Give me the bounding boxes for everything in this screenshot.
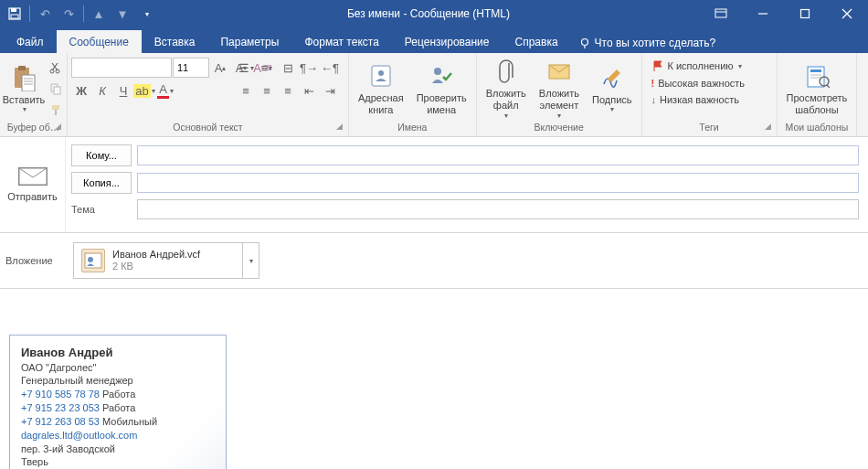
- bullets-button[interactable]: ☰▾: [236, 58, 256, 78]
- paste-button[interactable]: Вставить ▾: [4, 61, 44, 116]
- attachment-item[interactable]: Иванов Андрей.vcf 2 КВ: [73, 242, 243, 279]
- group-names-label: Имена: [353, 122, 472, 136]
- attachment-dropdown[interactable]: ▾: [243, 242, 259, 279]
- vcard-phone-mobile[interactable]: +7 912 263 08 53: [21, 416, 100, 427]
- attach-file-button[interactable]: Вложить файл▾: [481, 55, 532, 121]
- group-basic-text: A▴ A▾ A⌫ Ж К Ч ab▾ A▾ ☰▾ ≡▾ ⊟ ¶→ ←¶ ≡: [68, 53, 349, 136]
- decrease-indent-button[interactable]: ⇤: [299, 80, 319, 101]
- svg-rect-28: [810, 69, 821, 72]
- vcard-email[interactable]: dagrales.ltd@outlook.com: [21, 430, 137, 441]
- address-book-button[interactable]: Адресная книга: [353, 59, 409, 117]
- bold-button[interactable]: Ж: [71, 80, 91, 101]
- tell-me-input[interactable]: Что вы хотите сделать?: [571, 37, 724, 53]
- attach-item-button[interactable]: Вложить элемент▾: [534, 55, 585, 121]
- check-names-icon: [427, 61, 456, 91]
- font-color-button[interactable]: A▾: [155, 80, 175, 101]
- rtl-button[interactable]: ←¶: [320, 58, 340, 78]
- tab-review[interactable]: Рецензирование: [392, 30, 503, 53]
- copy-button[interactable]: [46, 79, 66, 99]
- previous-item-button[interactable]: ▲: [88, 3, 110, 25]
- low-importance-label: Низкая важность: [660, 94, 739, 105]
- vcard-title: Генеральный менеджер: [21, 374, 215, 388]
- svg-point-9: [581, 39, 587, 46]
- svg-rect-1: [11, 8, 16, 12]
- address-book-label: Адресная книга: [358, 92, 404, 115]
- vcard-phone-work1-type: Работа: [102, 389, 135, 400]
- subject-input[interactable]: [137, 199, 859, 219]
- svg-rect-20: [54, 87, 60, 94]
- templates-icon: [802, 61, 831, 91]
- low-importance-button[interactable]: ↓ Низкая важность: [648, 92, 743, 107]
- subject-label: Тема: [71, 204, 132, 215]
- check-names-button[interactable]: Проверить имена: [411, 59, 472, 117]
- tab-insert[interactable]: Вставка: [142, 30, 208, 53]
- lightbulb-icon: [578, 37, 591, 49]
- high-importance-label: Высокая важность: [658, 78, 745, 89]
- tab-format-text[interactable]: Формат текста: [291, 30, 391, 53]
- basic-text-launcher[interactable]: ◢: [336, 122, 343, 131]
- check-names-label: Проверить имена: [417, 92, 467, 115]
- follow-up-button[interactable]: К исполнению▾: [648, 58, 746, 74]
- align-center-button[interactable]: ≡: [257, 80, 277, 101]
- down-arrow-icon: ↓: [651, 94, 657, 105]
- cc-button[interactable]: Копия...: [71, 172, 132, 194]
- underline-button[interactable]: Ч: [113, 80, 133, 101]
- close-button[interactable]: [826, 0, 868, 27]
- vcard-icon: [81, 249, 105, 272]
- tab-file[interactable]: Файл: [4, 30, 57, 53]
- send-button[interactable]: Отправить: [7, 191, 58, 202]
- tags-launcher[interactable]: ◢: [765, 122, 771, 131]
- signature-label: Подпись: [592, 94, 632, 106]
- svg-rect-13: [22, 75, 35, 91]
- qat-customize-button[interactable]: ▾: [135, 3, 157, 25]
- font-name-combo[interactable]: [71, 58, 172, 78]
- ribbon-tabs: Файл Сообщение Вставка Параметры Формат …: [0, 27, 868, 53]
- tab-help[interactable]: Справка: [503, 30, 571, 53]
- align-right-button[interactable]: ≡: [278, 80, 298, 101]
- increase-indent-button[interactable]: ⇥: [320, 80, 340, 101]
- italic-button[interactable]: К: [92, 80, 112, 101]
- svg-line-32: [827, 85, 830, 88]
- minimize-button[interactable]: [742, 0, 784, 27]
- window-title: Без имени - Сообщение (HTML): [157, 7, 700, 20]
- clipboard-launcher[interactable]: ◢: [55, 122, 61, 131]
- numbering-button[interactable]: ≡▾: [257, 58, 277, 78]
- paperclip-icon: [492, 57, 521, 86]
- paste-label: Вставить: [3, 94, 46, 106]
- tab-options[interactable]: Параметры: [207, 30, 291, 53]
- vcard-phone-work2[interactable]: +7 915 23 23 053: [21, 402, 100, 413]
- cut-button[interactable]: [46, 58, 66, 78]
- to-input[interactable]: [137, 145, 859, 165]
- redo-button[interactable]: ↷: [58, 3, 79, 25]
- next-item-button[interactable]: ▼: [111, 3, 133, 25]
- cc-input[interactable]: [137, 173, 859, 193]
- save-button[interactable]: [4, 3, 26, 25]
- maximize-button[interactable]: [784, 0, 826, 27]
- to-button[interactable]: Кому...: [71, 144, 132, 166]
- compose-fields: Кому... Копия... Тема: [66, 137, 868, 232]
- flag-icon: [651, 59, 664, 72]
- exclamation-icon: !: [651, 78, 655, 89]
- format-painter-button[interactable]: [46, 100, 66, 120]
- align-left-button[interactable]: ≡: [236, 80, 256, 101]
- ribbon-display-button[interactable]: [700, 0, 742, 27]
- high-importance-button[interactable]: ! Высокая важность: [648, 76, 749, 91]
- multilevel-list-button[interactable]: ⊟: [278, 58, 298, 78]
- grow-font-button[interactable]: A▴: [210, 58, 230, 78]
- message-body[interactable]: Иванов Андрей ОАО "Дагролес" Генеральный…: [0, 289, 868, 469]
- view-templates-button[interactable]: Просмотреть шаблоны: [781, 59, 853, 117]
- paste-icon: [9, 63, 38, 92]
- font-size-combo[interactable]: [173, 58, 209, 78]
- attach-item-label: Вложить элемент: [539, 88, 579, 111]
- group-templates-label: Мои шаблоны: [781, 122, 853, 136]
- svg-rect-22: [55, 110, 57, 115]
- signature-button[interactable]: Подпись▾: [587, 61, 638, 116]
- address-book-icon: [366, 61, 396, 91]
- ltr-button[interactable]: ¶→: [299, 58, 319, 78]
- attachment-size: 2 КВ: [112, 261, 200, 272]
- vcard-phone-work1[interactable]: +7 910 585 78 78: [21, 389, 100, 400]
- highlight-button[interactable]: ab▾: [134, 80, 154, 101]
- undo-button[interactable]: ↶: [34, 3, 56, 25]
- brush-icon: [49, 103, 62, 116]
- tab-message[interactable]: Сообщение: [57, 30, 142, 53]
